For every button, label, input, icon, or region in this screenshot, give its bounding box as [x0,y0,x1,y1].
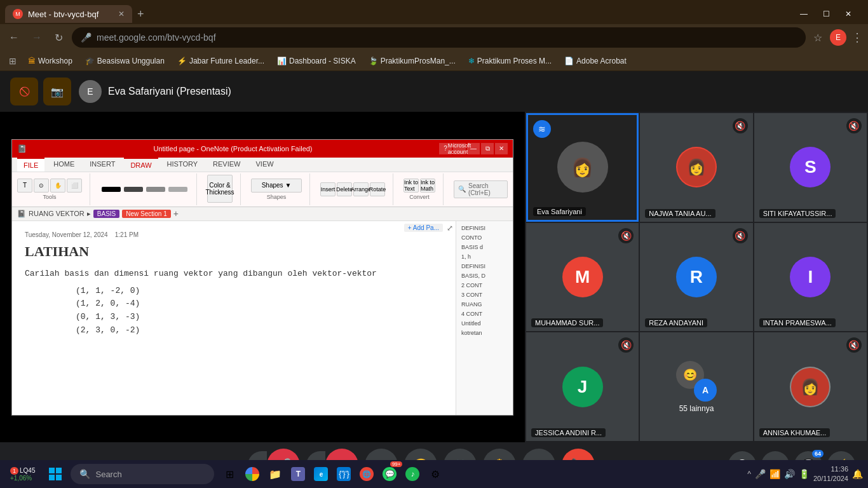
ribbon-tab-home[interactable]: HOME [47,158,81,172]
whatsapp-taskbar[interactable]: 💬 99+ [379,464,400,484]
onenote-account-btn[interactable]: Microsoft account [453,143,466,154]
vscode-taskbar[interactable]: {'}'} [334,464,354,484]
bookmarks-bar: ⊞ 🏛 Workshop 🎓 Beasiswa Unggulan ⚡ Jabar… [0,51,868,71]
file-explorer-taskbar[interactable]: 📁 [265,464,285,484]
pages-sidebar-item-9[interactable]: RUANG [459,300,510,309]
sys-icons: 🎤 📶 🔊 🔋 [755,469,810,479]
muhammad-name: MUHAMMAD SUR... [531,318,603,327]
menu-icon[interactable]: ⋮ [851,30,863,44]
close-button[interactable]: ✕ [839,7,858,21]
pen-1[interactable] [102,187,121,192]
pages-sidebar-item-6[interactable]: BASIS, D [459,271,510,280]
camera-icon-btn[interactable]: 📷 [43,78,71,105]
pen-2[interactable] [124,187,143,192]
chevron-up-icon[interactable]: ^ [747,470,751,478]
ribbon-tab-view[interactable]: VIEW [249,158,280,172]
minimize-button[interactable]: — [794,7,814,21]
address-input[interactable]: 🎤 meet.google.com/btv-vycd-bqf [72,27,806,48]
pen-4[interactable] [168,187,187,192]
pages-sidebar-item-12[interactable]: kotretan [459,329,510,337]
bookmark-beasiswa[interactable]: 🎓 Beasiswa Unggulan [80,55,170,67]
onenote-close-btn[interactable]: ✕ [495,143,508,154]
pages-sidebar-item-5[interactable]: DEFINISI [459,262,510,271]
apps-grid-icon[interactable]: ⊞ [5,55,20,67]
volume-sys-icon[interactable]: 🔊 [784,469,795,479]
pen-3[interactable] [146,187,165,192]
ribbon-tab-history[interactable]: HISTORY [161,158,205,172]
bookmark-prakman[interactable]: 🍃 PraktikumProsMan_... [363,55,461,67]
notebook-name[interactable]: RUANG VEKTOR [29,210,85,217]
battery-sys-icon[interactable]: 🔋 [799,469,810,479]
bookmark-siska[interactable]: 📊 Dashboard - SISKA [272,55,361,67]
lasso-tool[interactable]: ⊙ [34,179,49,193]
add-page-btn[interactable]: + Add Pa... [404,224,443,232]
chrome2-taskbar[interactable]: 🌐 [356,464,377,484]
section-tag[interactable]: BASIS [93,210,119,218]
profile-avatar[interactable]: E [830,29,846,46]
mic-sys-icon[interactable]: 🎤 [755,469,766,479]
active-tab[interactable]: M Meet - btv-vycd-bqf ✕ [5,5,132,23]
new-tab-button[interactable]: + [132,8,149,21]
back-button[interactable]: ← [5,29,23,46]
teams-taskbar[interactable]: T [288,464,308,484]
ribbon-tab-draw[interactable]: DRAW [124,158,158,172]
math-tool[interactable]: Ink to Math [420,179,435,193]
panning-tool[interactable]: ✋ [50,179,65,193]
onenote-minimize-btn[interactable]: — [467,143,480,154]
pages-sidebar-item-4[interactable]: 1, h [459,252,510,261]
link-tool[interactable]: Ink to Text [403,179,419,193]
window-controls: — ☐ ✕ [789,7,863,21]
forward-button[interactable]: → [28,29,46,46]
ribbon-tab-insert[interactable]: INSERT [83,158,121,172]
pages-sidebar-item-10[interactable]: 4 CONT [459,309,510,318]
add-section-btn[interactable]: + [173,208,179,219]
network-sys-icon[interactable]: 📶 [770,469,780,479]
notification-bell-icon[interactable]: 🔔 [852,469,863,479]
pages-sidebar-item-2[interactable]: CONTO [459,233,510,242]
ribbon-search[interactable]: 🔍 Search (Ctrl+E) [454,180,508,198]
type-tool[interactable]: T [17,179,32,193]
notification-area[interactable]: ^ [747,470,751,478]
mute-icon-btn[interactable]: 🚫 [10,78,38,105]
delete-tool[interactable]: Delete [337,182,352,196]
tab-close-icon[interactable]: ✕ [118,10,125,18]
ribbon-tab-file[interactable]: FILE [17,158,44,172]
start-button[interactable] [43,461,68,487]
insert-tool[interactable]: Insert [320,182,336,196]
onenote-content: ⤢ + Add Pa... Tuesday, November 12, 2024… [12,221,513,416]
taskbar-search[interactable]: 🔍 Search [71,464,214,484]
note-date: Tuesday, November 12, 2024 1:21 PM [25,231,443,238]
task-view-btn[interactable]: ⊞ [219,464,240,484]
expand-icon[interactable]: ⤢ [447,224,453,233]
bookmark-workshop[interactable]: 🏛 Workshop [23,55,78,67]
chrome-taskbar[interactable] [242,464,262,484]
spotify-taskbar[interactable]: ♪ [402,464,423,484]
edge-taskbar[interactable]: e [311,464,331,484]
clock-display[interactable]: 11:36 20/11/2024 [813,464,848,484]
lq45-widget[interactable]: 1 LQ45 +1,06% [5,467,40,482]
reza-name: REZA ANDAYANI [645,318,707,327]
bookmark-proses[interactable]: ❄ Praktikum Proses M... [463,55,557,67]
tab-bar: M Meet - btv-vycd-bqf ✕ + — ☐ ✕ [0,0,868,24]
onenote-restore-btn[interactable]: ⧉ [481,143,494,154]
maximize-button[interactable]: ☐ [817,7,836,21]
pages-sidebar-item-3[interactable]: BASIS d [459,243,510,252]
arrange-tool[interactable]: Arrange [353,182,369,196]
new-section-tag[interactable]: New Section 1 [122,210,170,218]
search-icon-taskbar: 🔍 [79,469,90,479]
eraser-tool[interactable]: ⬜ [67,179,82,193]
pages-sidebar-item-11[interactable]: Untitled [459,319,510,328]
settings-taskbar[interactable]: ⚙ [425,464,445,484]
pages-sidebar-item-1[interactable]: DEFINISI [459,224,510,233]
bookmark-star-icon[interactable]: ☆ [811,29,825,46]
ribbon-tab-review[interactable]: REVIEW [207,158,247,172]
pages-sidebar-item-8[interactable]: 3 CONT [459,290,510,299]
rotate-tool[interactable]: Rotate [370,182,385,196]
bookmark-jabar[interactable]: ⚡ Jabar Future Leader... [172,55,269,67]
pages-sidebar-item-7[interactable]: 2 CONT [459,281,510,290]
bookmark-adobe[interactable]: 📄 Adobe Acrobat [559,55,632,67]
color-thickness-btn[interactable]: Color &Thickness [207,175,233,203]
refresh-button[interactable]: ↻ [51,29,67,46]
onenote-main-area[interactable]: ⤢ + Add Pa... Tuesday, November 12, 2024… [12,221,456,416]
shapes-btn[interactable]: Shapes ▼ [251,179,302,193]
